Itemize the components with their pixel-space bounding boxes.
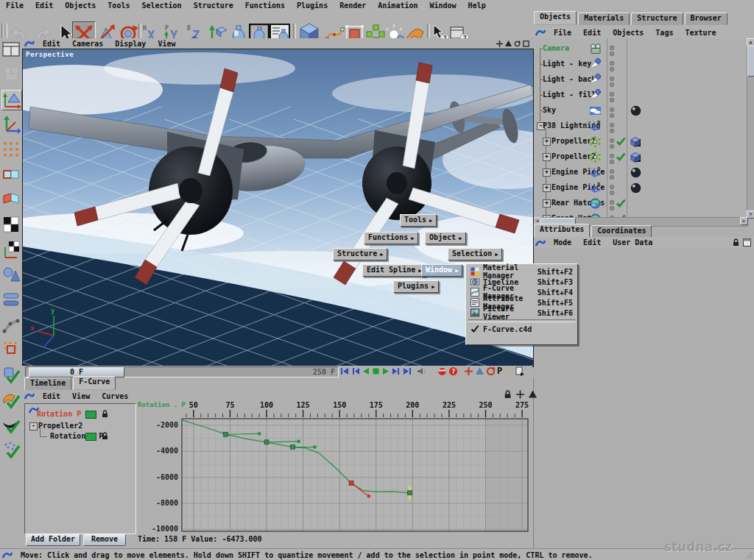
- object-row-propeller1[interactable]: +Propeller1: [533, 134, 747, 149]
- lock-icon[interactable]: [504, 390, 512, 399]
- manager-tab-objects[interactable]: Objects: [534, 11, 577, 25]
- fc-zoom-icon[interactable]: [529, 390, 537, 399]
- objects-menu-texture[interactable]: Texture: [679, 28, 722, 38]
- texture-mode-icon[interactable]: [1, 215, 21, 234]
- remove-button[interactable]: Remove: [83, 534, 126, 546]
- manager-tab-materials[interactable]: Materials: [578, 13, 630, 25]
- light-icon[interactable]: [589, 58, 602, 71]
- position-key-toggle-icon[interactable]: [464, 366, 473, 376]
- object-label[interactable]: Camera: [543, 44, 569, 52]
- fc-pan-icon[interactable]: [516, 390, 524, 399]
- view-pan-icon[interactable]: [496, 40, 503, 47]
- document-flyout-icon[interactable]: [515, 366, 524, 376]
- menu-file[interactable]: File: [0, 1, 29, 10]
- play-backwards-icon[interactable]: [361, 366, 370, 376]
- parameter-key-toggle[interactable]: P: [497, 366, 502, 376]
- menu-plugins[interactable]: Plugins: [291, 1, 334, 10]
- resize-grip[interactable]: [746, 552, 753, 559]
- goto-start-icon[interactable]: [340, 366, 350, 376]
- track-row-propeller2[interactable]: -Propeller2: [38, 422, 82, 430]
- stop-icon[interactable]: [371, 366, 381, 376]
- expand-icon[interactable]: +: [543, 169, 551, 177]
- objects-menu-file[interactable]: File: [548, 28, 577, 38]
- polygon-mode-icon[interactable]: [1, 190, 21, 209]
- timeline-slider-track[interactable]: 0 F 250 F: [25, 366, 339, 378]
- enable-render-icon[interactable]: [1, 415, 21, 434]
- context-button-structure[interactable]: Structure▶: [333, 248, 387, 260]
- enabled-check-icon[interactable]: [616, 152, 626, 162]
- object-axis-mode-icon[interactable]: [1, 115, 21, 134]
- objects-menu-edit[interactable]: Edit: [577, 28, 607, 38]
- context-button-object[interactable]: Object▶: [425, 232, 466, 244]
- geometry-icon[interactable]: [589, 197, 602, 210]
- menu-render[interactable]: Render: [334, 1, 372, 10]
- menu-edit[interactable]: Edit: [29, 1, 59, 10]
- sky-icon[interactable]: [589, 104, 602, 117]
- light-icon[interactable]: [589, 89, 602, 102]
- next-key-icon[interactable]: [392, 366, 401, 376]
- track-color-swatch[interactable]: [85, 411, 96, 419]
- visibility-dots[interactable]: [610, 168, 614, 181]
- menu-window[interactable]: Window: [423, 1, 462, 10]
- expand-icon[interactable]: +: [543, 184, 551, 192]
- viewport-menu-cameras[interactable]: Cameras: [66, 39, 109, 49]
- object-label[interactable]: Light - back: [543, 75, 596, 83]
- object-row-camera[interactable]: Camera: [533, 41, 747, 57]
- object-label[interactable]: Light - key: [543, 60, 591, 68]
- visibility-dots[interactable]: [610, 183, 614, 196]
- scroll-thumb[interactable]: [747, 46, 754, 77]
- visibility-dots[interactable]: [610, 199, 614, 212]
- previous-key-icon[interactable]: [350, 366, 360, 376]
- material-tag-icon[interactable]: [630, 104, 642, 117]
- fcurve-menu-curves[interactable]: Curves: [96, 391, 134, 401]
- scroll-right-arrow[interactable]: ►: [740, 217, 748, 225]
- attributes-menu-user-data[interactable]: User Data: [607, 238, 658, 247]
- track-row-rotation-p[interactable]: Rotation . P: [50, 432, 103, 440]
- fcurve-tab-f-curve[interactable]: F-Curve: [73, 376, 116, 390]
- fcurve-graph[interactable]: 5075100125150175200225250275-2000-4000-6…: [136, 401, 532, 536]
- play-icon[interactable]: [381, 366, 391, 376]
- objects-menu-objects[interactable]: Objects: [607, 28, 649, 38]
- context-button-selection[interactable]: Selection▶: [448, 248, 502, 260]
- viewport-menu-view[interactable]: View: [152, 39, 181, 49]
- array-icon[interactable]: [589, 135, 602, 148]
- manager-tab-browser[interactable]: Browser: [685, 13, 727, 25]
- manager-tab-structure[interactable]: Structure: [631, 13, 683, 25]
- material-tag-icon[interactable]: [630, 182, 642, 194]
- objects-menu-tags[interactable]: Tags: [649, 28, 679, 38]
- track-row-rotation-p[interactable]: Rotation P: [37, 410, 81, 418]
- track-color-swatch[interactable]: [85, 433, 96, 441]
- context-button-tools[interactable]: Tools▶: [400, 214, 437, 227]
- lock-icon[interactable]: [102, 432, 108, 440]
- panel-mode-icon[interactable]: [743, 238, 751, 247]
- menu-objects[interactable]: Objects: [59, 1, 102, 10]
- enable-generators-icon[interactable]: [1, 365, 21, 384]
- pla-key-toggle-icon[interactable]: [504, 366, 513, 376]
- submenu-item-f-curve-c4d[interactable]: F-Curve.c4d: [466, 324, 577, 334]
- visibility-dots[interactable]: [610, 152, 614, 166]
- sound-icon[interactable]: [417, 366, 426, 376]
- object-row-light-fill[interactable]: Light - fill: [533, 88, 747, 103]
- context-button-functions[interactable]: Functions▶: [364, 232, 418, 244]
- nullaxis-icon[interactable]: 0: [589, 120, 602, 132]
- object-row-front-hatch[interactable]: +Front Hatch: [533, 211, 747, 217]
- material-tag-icon[interactable]: [630, 166, 642, 179]
- ik-mode-icon[interactable]: [1, 315, 21, 334]
- object-row-rear-hatches[interactable]: +Rear Hatches: [533, 196, 747, 211]
- enabled-check-icon[interactable]: [616, 136, 626, 146]
- camera-tool-icon[interactable]: [1, 65, 21, 84]
- menu-structure[interactable]: Structure: [188, 1, 239, 10]
- context-button-plugins[interactable]: Plugins▶: [393, 280, 439, 293]
- attribute-tab-attributes[interactable]: Attributes: [534, 224, 590, 238]
- submenu-item-picture-viewer[interactable]: Picture ViewerShift+F6: [466, 308, 577, 318]
- visibility-dots[interactable]: [610, 121, 614, 135]
- object-row-propeller2[interactable]: +Propeller2: [533, 149, 747, 165]
- visibility-dots[interactable]: [610, 137, 614, 150]
- add-folder-button[interactable]: Add Folder: [26, 534, 80, 546]
- visibility-dots[interactable]: [610, 91, 614, 104]
- menu-help[interactable]: Help: [462, 1, 492, 10]
- camera-icon[interactable]: [589, 43, 602, 55]
- object-row-light-back[interactable]: Light - back: [533, 72, 747, 88]
- viewport-menu-edit[interactable]: Edit: [37, 39, 66, 49]
- object-list-vscrollbar[interactable]: ▲ ▼: [747, 38, 754, 219]
